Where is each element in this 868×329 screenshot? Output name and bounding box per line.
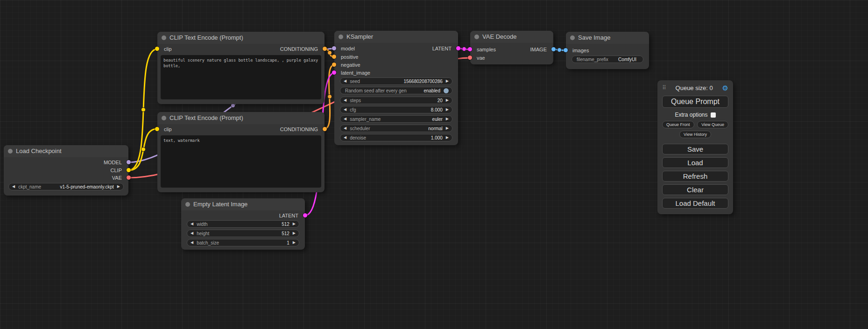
batch-size-widget[interactable]: ◀ batch_size 1 ▶ xyxy=(187,239,299,246)
positive-input-port[interactable] xyxy=(332,55,336,59)
decrement-arrow-icon[interactable]: ◀ xyxy=(12,183,15,190)
model-output-port[interactable] xyxy=(127,160,131,164)
increment-arrow-icon[interactable]: ▶ xyxy=(446,106,449,113)
widget-label: width xyxy=(197,222,207,227)
model-input-port[interactable] xyxy=(332,46,336,50)
collapse-dot-icon[interactable] xyxy=(162,35,166,40)
input-model-label: model xyxy=(341,45,355,52)
node-clip-text-encode-negative[interactable]: CLIP Text Encode (Prompt) clip CONDITION… xyxy=(157,112,325,192)
increment-arrow-icon[interactable]: ▶ xyxy=(446,134,449,141)
decrement-arrow-icon[interactable]: ◀ xyxy=(191,230,193,237)
increment-arrow-icon[interactable]: ▶ xyxy=(293,239,296,246)
decrement-arrow-icon[interactable]: ◀ xyxy=(191,220,193,228)
drag-handle-icon[interactable]: ⠿ xyxy=(662,84,666,91)
node-title-bar[interactable]: Empty Latent Image xyxy=(181,198,305,210)
sampler-name-widget[interactable]: ◀ sampler_name euler ▶ xyxy=(340,115,452,123)
settings-gear-icon[interactable]: ⚙ xyxy=(722,84,728,91)
refresh-button[interactable]: Refresh xyxy=(662,171,728,182)
latent-output-port[interactable] xyxy=(456,46,460,50)
link-midpoint-dot xyxy=(557,48,562,52)
conditioning-output-port[interactable] xyxy=(323,47,327,51)
decrement-arrow-icon[interactable]: ◀ xyxy=(191,239,193,246)
clip-input-port[interactable] xyxy=(155,127,159,131)
node-title-bar[interactable]: VAE Decode xyxy=(470,31,553,43)
node-title-bar[interactable]: Save Image xyxy=(566,32,649,44)
node-title-bar[interactable]: CLIP Text Encode (Prompt) xyxy=(157,112,325,124)
vae-output-port[interactable] xyxy=(127,175,131,180)
widget-value: 1 xyxy=(287,240,289,245)
save-button[interactable]: Save xyxy=(662,144,728,154)
random-seed-toggle-widget[interactable]: Random seed after every gen enabled xyxy=(340,87,452,94)
load-default-button[interactable]: Load Default xyxy=(662,198,728,209)
clear-button[interactable]: Clear xyxy=(662,184,728,195)
decrement-arrow-icon[interactable]: ◀ xyxy=(344,77,346,85)
collapse-dot-icon[interactable] xyxy=(474,35,479,39)
ckpt-name-widget[interactable]: ◀ ckpt_name v1-5-pruned-emaonly.ckpt ▶ xyxy=(8,183,124,190)
increment-arrow-icon[interactable]: ▶ xyxy=(446,77,449,85)
extra-options-checkbox[interactable] xyxy=(711,112,716,118)
collapse-dot-icon[interactable] xyxy=(8,149,13,154)
node-title: Save Image xyxy=(578,34,610,41)
input-clip-label: clip xyxy=(164,46,172,52)
scheduler-widget[interactable]: ◀ scheduler normal ▶ xyxy=(340,125,452,132)
clip-input-port[interactable] xyxy=(155,47,159,51)
conditioning-output-port[interactable] xyxy=(323,127,327,131)
queue-prompt-button[interactable]: Queue Prompt xyxy=(662,96,728,108)
collapse-dot-icon[interactable] xyxy=(570,35,575,40)
queue-actions-row: Queue Front View Queue xyxy=(662,121,728,128)
node-save-image[interactable]: Save Image images filename_prefix ComfyU… xyxy=(566,32,649,69)
widget-label: height xyxy=(197,231,209,236)
widget-value: v1-5-pruned-emaonly.ckpt xyxy=(60,184,113,189)
image-output-port[interactable] xyxy=(551,47,556,51)
collapse-dot-icon[interactable] xyxy=(185,202,190,207)
collapse-dot-icon[interactable] xyxy=(339,35,343,39)
decrement-arrow-icon[interactable]: ◀ xyxy=(344,115,346,123)
images-input-port[interactable] xyxy=(564,48,568,52)
node-empty-latent-image[interactable]: Empty Latent Image LATENT ◀ width 512 ▶ … xyxy=(181,198,305,250)
decrement-arrow-icon[interactable]: ◀ xyxy=(344,134,346,141)
negative-input-port[interactable] xyxy=(332,63,336,67)
node-ksampler[interactable]: KSampler model positive negative latent_… xyxy=(334,31,458,145)
widget-label: seed xyxy=(350,79,360,84)
latent-output-port[interactable] xyxy=(303,213,307,217)
link-midpoint-dot xyxy=(141,108,146,112)
denoise-widget[interactable]: ◀ denoise 1.000 ▶ xyxy=(340,134,452,141)
increment-arrow-icon[interactable]: ▶ xyxy=(446,115,449,123)
graph-canvas[interactable]: Load Checkpoint MODEL CLIP VAE ◀ ckpt_na… xyxy=(0,0,868,329)
increment-arrow-icon[interactable]: ▶ xyxy=(446,125,449,132)
node-title: Empty Latent Image xyxy=(193,201,247,208)
seed-widget[interactable]: ◀ seed 156680208700286 ▶ xyxy=(340,77,452,85)
decrement-arrow-icon[interactable]: ◀ xyxy=(344,125,346,132)
view-queue-button[interactable]: View Queue xyxy=(697,121,728,128)
cfg-widget[interactable]: ◀ cfg 8.000 ▶ xyxy=(340,106,452,113)
widget-value: 156680208700286 xyxy=(403,79,442,84)
node-title-bar[interactable]: KSampler xyxy=(334,31,458,43)
vae-input-port[interactable] xyxy=(468,56,472,60)
node-vae-decode[interactable]: VAE Decode samples vae IMAGE xyxy=(470,31,553,64)
latent-image-input-port[interactable] xyxy=(332,70,336,75)
collapse-dot-icon[interactable] xyxy=(162,116,166,120)
decrement-arrow-icon[interactable]: ◀ xyxy=(344,97,346,104)
toggle-dot-icon[interactable] xyxy=(444,88,449,93)
samples-input-port[interactable] xyxy=(468,47,472,51)
prompt-textarea[interactable]: beautiful scenery nature glass bottle la… xyxy=(161,55,321,99)
decrement-arrow-icon[interactable]: ◀ xyxy=(344,106,346,113)
increment-arrow-icon[interactable]: ▶ xyxy=(117,183,120,190)
height-widget[interactable]: ◀ height 512 ▶ xyxy=(187,230,299,237)
widget-label: Random seed after every gen xyxy=(345,88,407,93)
node-title-bar[interactable]: CLIP Text Encode (Prompt) xyxy=(157,32,325,44)
increment-arrow-icon[interactable]: ▶ xyxy=(293,220,296,228)
increment-arrow-icon[interactable]: ▶ xyxy=(293,230,296,237)
increment-arrow-icon[interactable]: ▶ xyxy=(446,97,449,104)
prompt-textarea[interactable]: text, watermark xyxy=(161,135,321,188)
queue-front-button[interactable]: Queue Front xyxy=(662,121,694,128)
clip-output-port[interactable] xyxy=(127,168,131,172)
view-history-button[interactable]: View History xyxy=(679,131,711,138)
width-widget[interactable]: ◀ width 512 ▶ xyxy=(187,220,299,228)
node-clip-text-encode-positive[interactable]: CLIP Text Encode (Prompt) clip CONDITION… xyxy=(157,32,325,104)
node-title-bar[interactable]: Load Checkpoint xyxy=(4,145,128,157)
load-button[interactable]: Load xyxy=(662,157,728,168)
steps-widget[interactable]: ◀ steps 20 ▶ xyxy=(340,97,452,104)
filename-prefix-widget[interactable]: filename_prefix ComfyUI xyxy=(572,56,643,63)
node-load-checkpoint[interactable]: Load Checkpoint MODEL CLIP VAE ◀ ckpt_na… xyxy=(4,145,128,196)
